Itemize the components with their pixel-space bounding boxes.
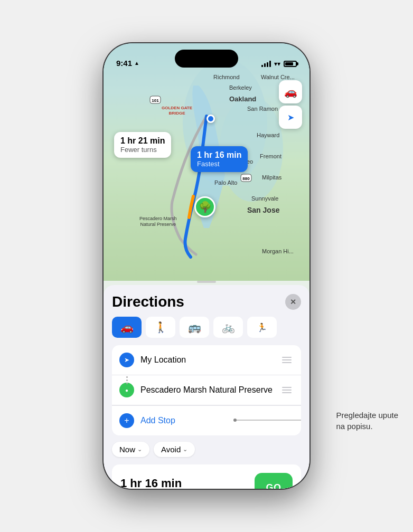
screen: 9:41 ▲ ▾▾ xyxy=(104,43,309,489)
tab-transit[interactable]: 🚌 xyxy=(180,317,209,338)
tab-walk[interactable]: 🚶 xyxy=(146,317,175,338)
tab-cycle[interactable]: 🚲 xyxy=(213,317,243,338)
drive-icon: 🚗 xyxy=(120,321,134,334)
dest-circle-icon: ● xyxy=(125,387,128,393)
berkeley-label: Berkeley xyxy=(229,84,252,91)
tab-run[interactable]: 🏃 xyxy=(247,317,277,338)
dest-waypoint-icon: ● xyxy=(119,383,134,397)
dynamic-island xyxy=(175,50,238,68)
my-location-label: My Location xyxy=(140,355,280,365)
add-stop-icon: + xyxy=(119,413,134,428)
filter-pills: Now ⌄ Avoid ⌄ xyxy=(112,442,301,457)
bottom-sheet: Directions ✕ 🚗 🚶 🚌 🚲 🏃 xyxy=(104,285,309,489)
drive-mode-button[interactable]: 🚗 xyxy=(279,80,302,103)
map-area[interactable]: 101 880 Richmond Berkeley Walnut Cre... … xyxy=(104,43,309,281)
tab-drive[interactable]: 🚗 xyxy=(112,317,142,338)
drag-handle xyxy=(197,281,216,283)
location-arrow-icon: ▲ xyxy=(134,60,139,66)
signal-bar-4 xyxy=(269,61,271,67)
route-label-fastest[interactable]: 1 hr 16 min Fastest xyxy=(191,146,248,172)
pescadero-label: Pescadero MarshNatural Preserve xyxy=(139,216,177,228)
route2-time: 1 hr 16 min xyxy=(197,150,241,160)
status-icons: ▾▾ xyxy=(261,60,297,68)
san-jose-label: San Jose xyxy=(247,206,279,214)
annotation-line1: Pregledajte upute xyxy=(336,411,398,420)
route2-desc: Fastest xyxy=(197,160,241,168)
svg-text:880: 880 xyxy=(242,176,250,181)
go-button-1[interactable]: GO xyxy=(255,473,293,489)
annotation-text: Pregledajte upute na popisu. xyxy=(336,410,398,432)
signal-bar-3 xyxy=(267,62,268,67)
route-1-time: 1 hr 16 min xyxy=(120,477,185,489)
avoid-filter-pill[interactable]: Avoid ⌄ xyxy=(154,442,195,457)
svg-text:101: 101 xyxy=(152,98,159,103)
sunnyvale-label: Sunnyvale xyxy=(251,195,278,202)
my-location-handle[interactable] xyxy=(280,355,294,365)
battery-icon xyxy=(284,61,297,67)
destination-label: Pescadero Marsh Natural Preserve xyxy=(140,385,280,395)
golden-gate-bridge-label: GOLDEN GATEBRIDGE xyxy=(162,106,192,116)
waypoint-destination[interactable]: ● Pescadero Marsh Natural Preserve xyxy=(112,375,301,405)
map-controls: 🚗 ➤ xyxy=(279,80,302,129)
route1-time: 1 hr 21 min xyxy=(120,136,165,146)
add-stop-label: Add Stop xyxy=(140,416,294,425)
route-dots-connector xyxy=(126,376,128,384)
directions-title: Directions xyxy=(112,293,184,310)
current-location-dot xyxy=(207,115,215,123)
cycle-icon: 🚲 xyxy=(222,321,235,334)
annotation-line2: na popisu. xyxy=(336,422,372,431)
palo-alto-label: Palo Alto xyxy=(214,179,237,186)
phone-frame: 9:41 ▲ ▾▾ xyxy=(104,43,309,489)
tree-icon: 🌳 xyxy=(199,201,212,213)
battery-fill xyxy=(285,62,293,65)
oakland-label: Oakland xyxy=(229,95,256,103)
now-filter-pill[interactable]: Now ⌄ xyxy=(112,442,149,457)
wifi-icon: ▾▾ xyxy=(274,60,280,68)
richmond-label: Richmond xyxy=(213,74,240,80)
fremont-label: Fremont xyxy=(260,153,281,159)
route-label-alternate[interactable]: 1 hr 21 min Fewer turns xyxy=(114,132,171,158)
route1-desc: Fewer turns xyxy=(120,146,165,154)
avoid-chevron-icon: ⌄ xyxy=(183,446,187,453)
waypoints-card: ➤ My Location xyxy=(112,345,301,435)
signal-bar-1 xyxy=(261,65,263,67)
close-button[interactable]: ✕ xyxy=(285,294,301,310)
arrow-icon: ➤ xyxy=(124,356,129,364)
milpitas-label: Milpitas xyxy=(262,174,281,180)
signal-bars xyxy=(261,61,271,67)
now-label: Now xyxy=(119,445,135,454)
route-option-1[interactable]: 1 hr 16 min 73 km · Fastest route GO xyxy=(112,464,301,489)
route-1-info: 1 hr 16 min 73 km · Fastest route xyxy=(120,477,185,489)
signal-bar-2 xyxy=(264,63,266,67)
now-chevron-icon: ⌄ xyxy=(137,446,142,453)
dest-handle[interactable] xyxy=(280,385,294,395)
san-ramon-label: San Ramon xyxy=(247,106,278,112)
avoid-label: Avoid xyxy=(161,445,181,454)
walk-icon: 🚶 xyxy=(154,321,167,334)
run-icon: 🏃 xyxy=(257,322,267,332)
walnut-creek-label: Walnut Cre... xyxy=(261,74,295,80)
add-stop-row[interactable]: + Add Stop xyxy=(112,405,301,435)
location-waypoint-icon: ➤ xyxy=(119,353,134,367)
transport-tabs: 🚗 🚶 🚌 🚲 🏃 xyxy=(112,317,301,338)
location-center-button[interactable]: ➤ xyxy=(279,106,302,129)
transit-icon: 🚌 xyxy=(188,321,201,334)
plus-icon: + xyxy=(124,416,129,425)
status-time: 9:41 xyxy=(116,59,132,68)
directions-header: Directions ✕ xyxy=(112,285,301,317)
destination-pin: 🌳 xyxy=(194,196,215,217)
morgan-hill-label: Morgan Hi... xyxy=(262,248,294,254)
hayward-label: Hayward xyxy=(257,132,279,138)
waypoint-my-location[interactable]: ➤ My Location xyxy=(112,345,301,375)
